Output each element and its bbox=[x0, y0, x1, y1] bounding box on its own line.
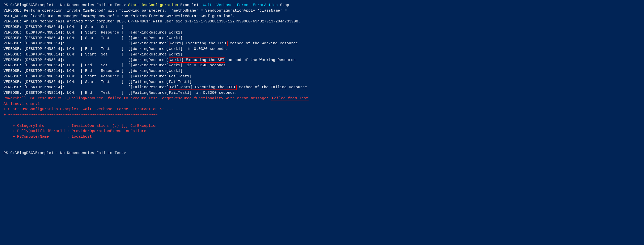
line-4: VERBOSE: An LCM method call arrived from… bbox=[4, 19, 640, 24]
line-16: VERBOSE: [DESKTOP-6NN8614]: [[FailingRes… bbox=[4, 85, 640, 90]
line-12: VERBOSE: [DESKTOP-6NN8614]: LCM: [ End S… bbox=[4, 63, 640, 68]
line-11: VERBOSE: [DESKTOP-6NN8614]: [[WorkingRes… bbox=[4, 57, 640, 63]
line-9: VERBOSE: [DESKTOP-6NN8614]: LCM: [ End T… bbox=[4, 46, 640, 52]
line-7: VERBOSE: [DESKTOP-6NN8614]: LCM: [ Start… bbox=[4, 36, 640, 41]
line-24: + PSComputerName : localhost bbox=[4, 134, 640, 140]
line-23: + FullyQualifiedErrorId : ProviderOperat… bbox=[4, 129, 640, 134]
line-5: VERBOSE: [DESKTOP-6NN8614]: LCM: [ Start… bbox=[4, 24, 640, 30]
line-17: VERBOSE: [DESKTOP-6NN8614]: LCM: [ End T… bbox=[4, 90, 640, 96]
highlight-work1-set: Work1] Executing the SET bbox=[169, 57, 225, 63]
terminal-window: PS C:\BlogDSC\Example1 - No Dependencies… bbox=[4, 3, 640, 245]
line-8: VERBOSE: [DESKTOP-6NN8614]: [[WorkingRes… bbox=[4, 41, 640, 46]
line-15: VERBOSE: [DESKTOP-6NN8614]: LCM: [ Start… bbox=[4, 79, 640, 85]
highlight-failed-from-test: Failed from Test bbox=[271, 96, 309, 101]
line-19: At line:1 char:1 bbox=[4, 101, 640, 107]
highlight-work1-test: Work1] Executing the TEST bbox=[169, 41, 228, 46]
line-21: + ~~~~~~~~~~~~~~~~~~~~~~~~~~~~~~~~~~~~~~… bbox=[4, 112, 640, 118]
line-prompt-final: PS C:\BlogDSC\Example1 - No Dependencies… bbox=[4, 150, 640, 156]
highlight-failtest1-test: FailTest1] Executing the TEST bbox=[169, 85, 237, 90]
empty-2 bbox=[4, 140, 640, 145]
line-6: VERBOSE: [DESKTOP-6NN8614]: LCM: [ Start… bbox=[4, 30, 640, 36]
line-13: VERBOSE: [DESKTOP-6NN8614]: LCM: [ End R… bbox=[4, 68, 640, 74]
line-18-error: PowerShell DSC resource MSFT_FailingReso… bbox=[4, 96, 640, 101]
line-10: VERBOSE: [DESKTOP-6NN8614]: LCM: [ Start… bbox=[4, 52, 640, 57]
line-20: + Start-DscConfiguration Example1 -Wait … bbox=[4, 107, 640, 112]
empty-1 bbox=[4, 118, 640, 123]
line-2: VERBOSE: Perform operation 'Invoke CimMe… bbox=[4, 8, 640, 14]
line-14: VERBOSE: [DESKTOP-6NN8614]: LCM: [ Start… bbox=[4, 74, 640, 79]
empty-3 bbox=[4, 145, 640, 151]
line-1: PS C:\BlogDSC\Example1 - No Dependencies… bbox=[4, 3, 640, 8]
line-3: MSFT_DSCLocalConfigurationManager,'names… bbox=[4, 14, 640, 19]
line-22: + CategoryInfo : InvalidOperation: (:) [… bbox=[4, 123, 640, 129]
